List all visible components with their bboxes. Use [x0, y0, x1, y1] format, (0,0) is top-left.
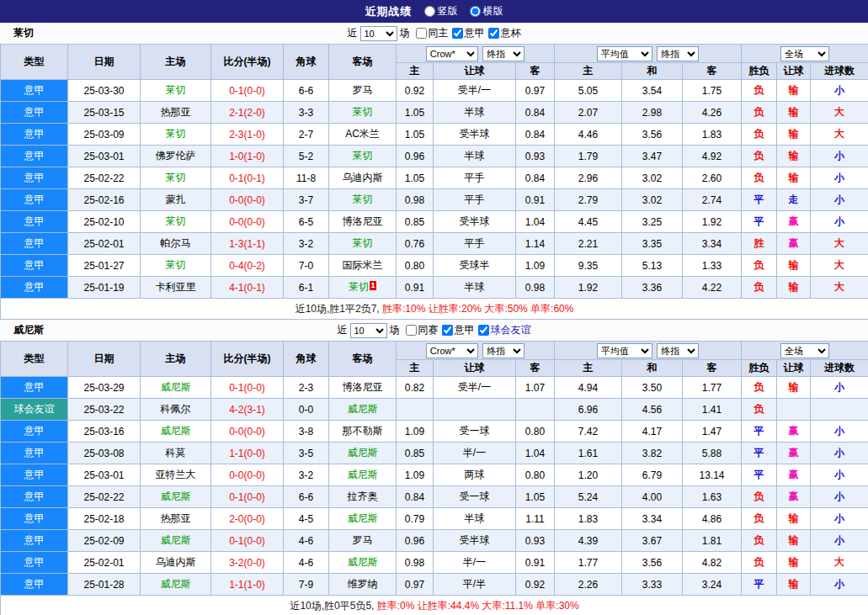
- away-team-cell[interactable]: 莱切: [329, 146, 397, 167]
- odds-away-cell: 0.80: [516, 464, 555, 486]
- away-team-cell[interactable]: 威尼斯: [329, 464, 397, 486]
- col-result: 胜负: [742, 360, 777, 377]
- away-team-cell: 拉齐奥: [329, 486, 397, 508]
- match-count-select[interactable]: 10: [350, 323, 387, 338]
- match-count-select[interactable]: 10: [360, 26, 397, 41]
- away-team-cell: AC米兰: [329, 124, 397, 146]
- avg-away-cell: 1.47: [683, 421, 742, 443]
- fulltime-group-header: 全场: [742, 342, 868, 360]
- fulltime-select[interactable]: 全场: [780, 46, 829, 61]
- avg-provider-select[interactable]: 平均值: [597, 343, 652, 358]
- away-team-cell[interactable]: 莱切: [329, 102, 397, 124]
- away-team-cell[interactable]: 莱切1: [329, 277, 397, 299]
- team-name-text: 热那亚: [161, 512, 191, 524]
- odds-away-cell: 0.93: [516, 146, 555, 167]
- filter-checkbox[interactable]: 球会友谊: [478, 323, 531, 337]
- odds-provider-select[interactable]: Crow*: [426, 46, 478, 61]
- filter-checkbox[interactable]: 意杯: [488, 26, 521, 40]
- league-type-cell: 意甲: [1, 421, 68, 443]
- avg-home-cell: 4.45: [555, 211, 622, 233]
- team-name-text: 博洛尼亚: [343, 381, 383, 393]
- avg-away-cell: 1.92: [683, 211, 742, 233]
- result-cell: 负: [742, 552, 777, 574]
- league-type-cell: 球会友谊: [1, 399, 68, 421]
- away-team-cell[interactable]: 威尼斯: [329, 552, 397, 574]
- date-cell: 25-03-29: [68, 377, 141, 399]
- goals-result-cell: 小: [811, 464, 868, 486]
- team-name-text: 威尼斯: [348, 403, 378, 415]
- odds-line-cell: 受半球: [434, 530, 516, 552]
- match-row: 意甲25-03-16威尼斯0-0(0-0)3-8那不勒斯1.09受一球0.807…: [1, 421, 868, 443]
- home-team-cell[interactable]: 威尼斯: [141, 530, 211, 552]
- checkbox-input[interactable]: [478, 325, 489, 336]
- away-team-cell[interactable]: 莱切: [329, 233, 397, 255]
- avg-away-cell: 3.34: [683, 233, 742, 255]
- corners-cell: 5-2: [284, 146, 329, 167]
- checkbox-input[interactable]: [452, 28, 463, 39]
- team-name-text: 莱切: [353, 194, 373, 205]
- col-score: 比分(半场): [211, 342, 284, 377]
- avg-provider-select[interactable]: 平均值: [597, 46, 652, 61]
- team-name-text: 拉齐奥: [348, 490, 378, 502]
- col-handicap: 让球: [777, 63, 811, 80]
- home-team-cell[interactable]: 莱切: [141, 211, 211, 233]
- odds-group-header: Crow* 终指: [397, 45, 555, 63]
- corners-cell: 4-6: [284, 530, 329, 552]
- odds-time-select[interactable]: 终指: [482, 46, 525, 61]
- avg-away-cell: 4.22: [683, 277, 742, 299]
- col-goals: 进球数: [811, 360, 868, 377]
- match-row: 意甲25-02-22威尼斯0-1(0-0)6-6拉齐奥0.84受一球1.055.…: [1, 486, 868, 508]
- checkbox-input[interactable]: [442, 325, 453, 336]
- date-cell: 25-03-08: [68, 443, 141, 464]
- filter-checkbox[interactable]: 意甲: [442, 323, 475, 337]
- layout-radio-horizontal[interactable]: 横版: [470, 4, 503, 19]
- avg-home-cell: 1.92: [555, 277, 622, 299]
- filter-checkbox[interactable]: 意甲: [452, 26, 485, 40]
- avg-home-cell: 5.05: [555, 80, 622, 102]
- radio-vertical-input[interactable]: [424, 6, 435, 17]
- checkbox-input[interactable]: [416, 28, 427, 39]
- home-team-cell[interactable]: 莱切: [141, 167, 211, 189]
- match-row: 意甲25-03-29威尼斯0-1(0-0)2-3博洛尼亚0.82受半/一1.07…: [1, 377, 868, 399]
- odds-home-cell: 0.96: [397, 146, 434, 167]
- filter-checkbox[interactable]: 同赛: [406, 323, 439, 337]
- match-row: 意甲25-03-09莱切2-3(1-0)2-7AC米兰1.05受半球0.844.…: [1, 124, 868, 146]
- filter-checkbox-label: 同赛: [418, 323, 439, 337]
- home-team-cell[interactable]: 威尼斯: [141, 377, 211, 399]
- league-type-cell: 意甲: [1, 530, 68, 552]
- team-name-text: 蒙扎: [166, 194, 186, 205]
- handicap-result-cell: 输: [777, 124, 811, 146]
- home-team-cell[interactable]: 威尼斯: [141, 574, 211, 596]
- fulltime-select[interactable]: 全场: [780, 343, 829, 358]
- team-name-text: 博洛尼亚: [343, 215, 383, 227]
- home-team-cell[interactable]: 威尼斯: [141, 486, 211, 508]
- odds-line-cell: 受一球: [434, 421, 516, 443]
- home-team-cell[interactable]: 莱切: [141, 80, 211, 102]
- away-team-cell[interactable]: 威尼斯: [329, 443, 397, 464]
- avg-away-cell: 2.60: [683, 167, 742, 189]
- away-team-cell[interactable]: 莱切: [329, 189, 397, 211]
- checkbox-input[interactable]: [406, 325, 417, 336]
- col-home: 主场: [141, 342, 211, 377]
- team-name-text: 莱切: [166, 128, 186, 140]
- handicap-result-cell: 输: [777, 508, 811, 530]
- layout-radio-vertical[interactable]: 竖版: [424, 4, 458, 19]
- home-team-cell[interactable]: 威尼斯: [141, 421, 211, 443]
- handicap-result-cell: 赢: [777, 421, 811, 443]
- checkbox-input[interactable]: [488, 28, 499, 39]
- odds-home-cell: 0.79: [397, 508, 434, 530]
- filter-checkbox[interactable]: 同主: [416, 26, 449, 40]
- away-team-cell[interactable]: 威尼斯: [329, 399, 397, 421]
- avg-time-select[interactable]: 终指: [657, 46, 699, 61]
- odds-away-cell: 0.91: [516, 189, 555, 211]
- away-team-cell[interactable]: 威尼斯: [329, 508, 397, 530]
- home-team-cell[interactable]: 莱切: [141, 255, 211, 277]
- odds-provider-select[interactable]: Crow*: [426, 343, 478, 358]
- avg-time-select[interactable]: 终指: [657, 343, 699, 358]
- corners-cell: 2-3: [284, 377, 329, 399]
- avg-draw-cell: 2.98: [622, 102, 683, 124]
- home-team-cell[interactable]: 莱切: [141, 124, 211, 146]
- radio-horizontal-input[interactable]: [470, 6, 481, 17]
- odds-time-select[interactable]: 终指: [482, 343, 525, 358]
- match-row: 意甲25-01-19卡利亚里4-1(0-1)6-1莱切10.91半球0.981.…: [1, 277, 868, 299]
